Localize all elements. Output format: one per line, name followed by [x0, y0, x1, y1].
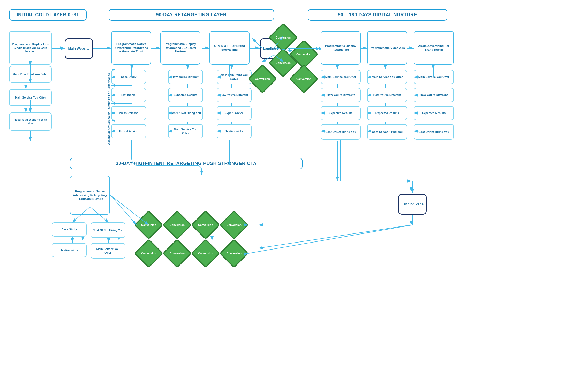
cost-not-hiring-30day-box: Cost Of Not Hiring You	[91, 222, 125, 238]
vertical-label: Ads Inside Of Campaign – Optimize For Pe…	[107, 72, 110, 145]
conv-30day-5: Conversion	[137, 242, 160, 265]
conv-30day-6: Conversion	[165, 242, 189, 265]
conv-30day-7: Conversion	[194, 242, 217, 265]
expected-results-nurture1-box: Expected Results	[321, 106, 361, 120]
testimonials-c2-box: Testimonials	[217, 124, 252, 138]
cold-layer-header: INITIAL COLD LAYER 0 -31	[9, 9, 87, 21]
svg-line-53	[259, 225, 411, 248]
testimonials-30day-box: Testimonials	[52, 243, 87, 257]
nurture-header: 90 – 180 DAYS DIGITAL NURTURE	[308, 9, 447, 21]
expected-results-c1-box: Expected Results	[168, 88, 203, 102]
prog-video-ads-box: Programmatic Video Ads	[367, 31, 407, 65]
programmatic-display-ad-box: Programmatic Display Ad – Single Image A…	[9, 31, 52, 65]
conv-30day-8: Conversion	[222, 242, 246, 265]
testimonial-box: Testimonial	[111, 88, 146, 102]
results-working-box: Results Of Working With You	[9, 112, 52, 131]
cost-not-hiring-nurture3-box: Cost Of Not Hiring You	[414, 124, 454, 140]
conv-30day-2: Conversion	[165, 213, 189, 237]
expected-results-nurture3-box: Expected Results	[414, 106, 454, 120]
main-service-nurture2-box: Main Service You Offer	[367, 70, 407, 84]
prog-display-retargeting-nurture-box: Programmatic Display Retargeting	[321, 31, 361, 65]
conversion-top: Conversion	[272, 26, 295, 49]
conversion-center: Conversion	[272, 51, 295, 74]
main-service-nurture3-box: Main Service You Offer	[414, 70, 454, 84]
main-service-c1-box: Main Service You Offer	[168, 124, 203, 138]
main-pain-c2-box: Main Pain Point You Solve	[217, 70, 252, 84]
prog-native-retargeting-box: Programmatic Native Advertising Retarget…	[111, 31, 151, 65]
expert-advice-left-box: Expert Advice	[111, 124, 146, 138]
retargeting90-header: 90-DAY RETARGETING LAYER	[109, 9, 274, 21]
svg-line-114	[248, 225, 412, 253]
retargeting30-header: 30-DAY HIGH-INTENT RETARGETING PUSH STRO…	[70, 158, 303, 169]
audio-advertising-box: Audio Advertising For Brand Recall	[414, 31, 454, 65]
press-release-box: Press Release	[111, 106, 146, 120]
conv-30day-3: Conversion	[194, 213, 217, 237]
how-different-nurture2-box: How You're Different	[367, 88, 407, 102]
canvas: INITIAL COLD LAYER 0 -31 90-DAY RETARGET…	[0, 0, 588, 378]
main-service-30day-box: Main Service You Offer	[91, 243, 125, 259]
conv-30day-4: Conversion	[222, 213, 246, 237]
prog-display-retargeting-educate-box: Programmatic Display Retargeting - Educa…	[160, 31, 200, 65]
how-different-nurture3-box: How You're Different	[414, 88, 454, 102]
expected-results-nurture2-box: Expected Results	[367, 106, 407, 120]
main-service-cold-box: Main Service You Offer	[9, 89, 52, 106]
how-different-c1-box: How You're Different	[168, 70, 203, 84]
how-different-c2-box: How You're Different	[217, 88, 252, 102]
conversion-right: Conversion	[292, 43, 315, 66]
cost-not-hiring-nurture1-box: Cost Of Not Hiring You	[321, 124, 361, 140]
conversion-bottom-left: Conversion	[251, 67, 274, 90]
conversion-bottom-right: Conversion	[292, 67, 315, 90]
prog-native-30day-box: Programmatic Native Advertising Retarget…	[70, 176, 110, 215]
ctv-ott-box: CTV & OTT For Brand Storytelling	[209, 31, 250, 65]
conv-30day-1: Conversion	[137, 213, 160, 237]
how-different-nurture1-box: How You're Different	[321, 88, 361, 102]
landing-page2-box: Landing Page	[398, 194, 427, 215]
case-study-30day-box: Case Study	[52, 222, 87, 237]
case-study-box: Case Study	[111, 70, 146, 84]
main-service-nurture1-box: Main Service You Offer	[321, 70, 361, 84]
expert-advice-c2-box: Expert Advice	[217, 106, 252, 120]
cost-not-hiring-nurture2-box: Cost Of Not Hiring You	[367, 124, 407, 140]
cost-not-hiring-c1-box: Cost Of Not Hiring You	[168, 106, 203, 120]
main-website-box: Main Website	[65, 38, 93, 59]
svg-line-107	[110, 195, 137, 225]
main-pain-point-box: Main Pain Point You Solve	[9, 66, 52, 83]
